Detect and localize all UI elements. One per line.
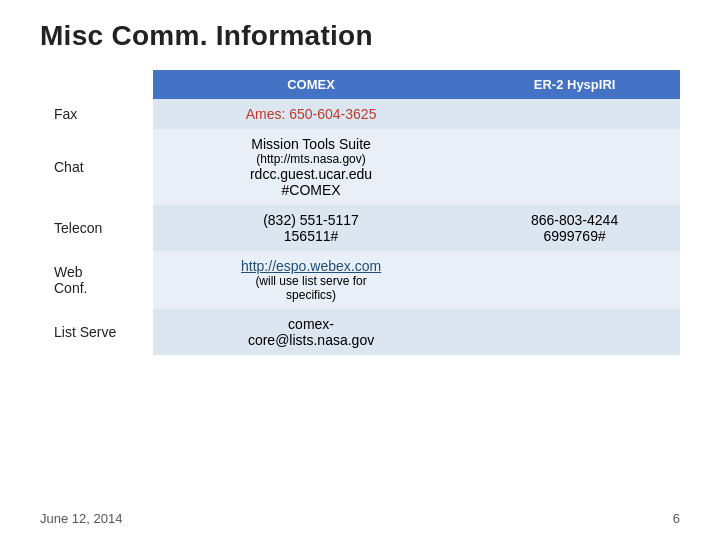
row-comex-fax: Ames: 650-604-3625 [153,99,469,129]
row-label-listserve: List Serve [40,309,153,355]
fax-number: Ames: 650-604-3625 [246,106,377,122]
table-row: List Serve comex- core@lists.nasa.gov [40,309,680,355]
telecon-er2-line2: 6999769# [483,228,666,244]
footer-page: 6 [673,511,680,526]
listserve-line2: core@lists.nasa.gov [167,332,455,348]
row-comex-webconf: http://espo.webex.com (will use list ser… [153,251,469,309]
webconf-line3: specifics) [167,288,455,302]
row-comex-telecon: (832) 551-5117 156511# [153,205,469,251]
page-title: Misc Comm. Information [40,20,680,52]
chat-line3: rdcc.guest.ucar.edu [167,166,455,182]
telecon-comex-line1: (832) 551-5117 [167,212,455,228]
telecon-comex-line2: 156511# [167,228,455,244]
chat-line1: Mission Tools Suite [167,136,455,152]
row-er2-webconf [469,251,680,309]
row-label-telecon: Telecon [40,205,153,251]
chat-line4: #COMEX [167,182,455,198]
row-er2-chat [469,129,680,205]
page-container: Misc Comm. Information COMEX ER-2 HyspIR… [0,0,720,540]
table-row: Fax Ames: 650-604-3625 [40,99,680,129]
row-er2-telecon: 866-803-4244 6999769# [469,205,680,251]
row-label-chat: Chat [40,129,153,205]
footer-date: June 12, 2014 [40,511,122,526]
webconf-link[interactable]: http://espo.webex.com [167,258,455,274]
row-label-fax: Fax [40,99,153,129]
header-er2: ER-2 HyspIRI [469,70,680,99]
header-label-col [40,70,153,99]
row-comex-chat: Mission Tools Suite (http://mts.nasa.gov… [153,129,469,205]
row-label-webconf: WebConf. [40,251,153,309]
header-comex: COMEX [153,70,469,99]
footer: June 12, 2014 6 [40,511,680,526]
row-er2-listserve [469,309,680,355]
info-table: COMEX ER-2 HyspIRI Fax Ames: 650-604-362… [40,70,680,355]
webconf-line2: (will use list serve for [167,274,455,288]
row-er2-fax [469,99,680,129]
telecon-er2-line1: 866-803-4244 [483,212,666,228]
listserve-line1: comex- [167,316,455,332]
row-comex-listserve: comex- core@lists.nasa.gov [153,309,469,355]
chat-line2: (http://mts.nasa.gov) [167,152,455,166]
table-row: Chat Mission Tools Suite (http://mts.nas… [40,129,680,205]
table-row: Telecon (832) 551-5117 156511# 866-803-4… [40,205,680,251]
table-row: WebConf. http://espo.webex.com (will use… [40,251,680,309]
